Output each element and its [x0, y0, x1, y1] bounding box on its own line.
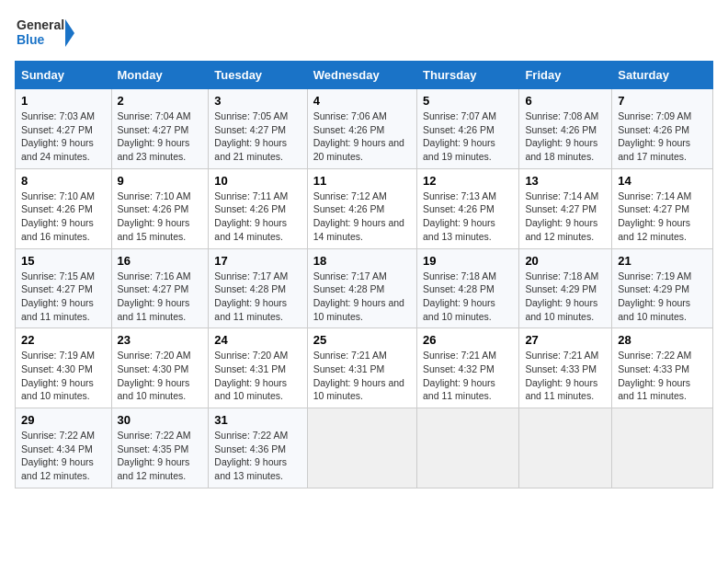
calendar-cell: 17Sunrise: 7:17 AMSunset: 4:28 PMDayligh… [209, 248, 307, 328]
day-number: 31 [214, 413, 301, 427]
page-header: GeneralBlue [15, 15, 713, 52]
day-info: Sunrise: 7:18 AMSunset: 4:29 PMDaylight:… [525, 270, 606, 324]
calendar-cell: 2Sunrise: 7:04 AMSunset: 4:27 PMDaylight… [111, 89, 209, 169]
day-number: 4 [313, 94, 411, 108]
header-tuesday: Tuesday [209, 62, 307, 89]
day-number: 23 [118, 333, 203, 347]
calendar-cell: 20Sunrise: 7:18 AMSunset: 4:29 PMDayligh… [519, 248, 612, 328]
day-number: 1 [21, 94, 106, 108]
calendar-cell: 21Sunrise: 7:19 AMSunset: 4:29 PMDayligh… [612, 248, 713, 328]
calendar-cell: 24Sunrise: 7:20 AMSunset: 4:31 PMDayligh… [209, 328, 307, 408]
week-row-2: 8Sunrise: 7:10 AMSunset: 4:26 PMDaylight… [16, 168, 713, 248]
day-number: 5 [423, 94, 513, 108]
day-info: Sunrise: 7:16 AMSunset: 4:27 PMDaylight:… [118, 270, 203, 324]
calendar-cell: 19Sunrise: 7:18 AMSunset: 4:28 PMDayligh… [417, 248, 519, 328]
day-info: Sunrise: 7:21 AMSunset: 4:33 PMDaylight:… [525, 349, 606, 403]
calendar-cell [519, 408, 612, 488]
day-info: Sunrise: 7:17 AMSunset: 4:28 PMDaylight:… [214, 270, 301, 324]
calendar-cell [417, 408, 519, 488]
calendar-cell: 4Sunrise: 7:06 AMSunset: 4:26 PMDaylight… [307, 89, 416, 169]
calendar-table: SundayMondayTuesdayWednesdayThursdayFrid… [15, 61, 713, 488]
day-info: Sunrise: 7:21 AMSunset: 4:31 PMDaylight:… [313, 349, 411, 403]
calendar-cell: 5Sunrise: 7:07 AMSunset: 4:26 PMDaylight… [417, 89, 519, 169]
day-info: Sunrise: 7:14 AMSunset: 4:27 PMDaylight:… [618, 190, 707, 244]
day-info: Sunrise: 7:22 AMSunset: 4:36 PMDaylight:… [214, 429, 301, 483]
calendar-cell: 31Sunrise: 7:22 AMSunset: 4:36 PMDayligh… [209, 408, 307, 488]
day-number: 13 [525, 174, 606, 188]
calendar-cell: 14Sunrise: 7:14 AMSunset: 4:27 PMDayligh… [612, 168, 713, 248]
day-number: 15 [21, 254, 106, 268]
day-info: Sunrise: 7:03 AMSunset: 4:27 PMDaylight:… [21, 109, 106, 164]
day-number: 12 [423, 174, 513, 188]
day-info: Sunrise: 7:07 AMSunset: 4:26 PMDaylight:… [423, 109, 513, 164]
calendar-cell: 16Sunrise: 7:16 AMSunset: 4:27 PMDayligh… [111, 248, 209, 328]
calendar-cell: 6Sunrise: 7:08 AMSunset: 4:26 PMDaylight… [519, 89, 612, 169]
day-number: 26 [423, 333, 513, 347]
day-number: 2 [118, 94, 203, 108]
day-info: Sunrise: 7:11 AMSunset: 4:26 PMDaylight:… [214, 190, 301, 244]
day-info: Sunrise: 7:14 AMSunset: 4:27 PMDaylight:… [525, 190, 606, 244]
header-wednesday: Wednesday [307, 62, 416, 89]
day-number: 20 [525, 254, 606, 268]
day-number: 28 [618, 333, 707, 347]
calendar-cell: 8Sunrise: 7:10 AMSunset: 4:26 PMDaylight… [16, 168, 112, 248]
day-number: 24 [214, 333, 301, 347]
calendar-cell: 27Sunrise: 7:21 AMSunset: 4:33 PMDayligh… [519, 328, 612, 408]
calendar-header: SundayMondayTuesdayWednesdayThursdayFrid… [16, 62, 713, 89]
day-number: 9 [118, 174, 203, 188]
week-row-4: 22Sunrise: 7:19 AMSunset: 4:30 PMDayligh… [16, 328, 713, 408]
calendar-cell: 1Sunrise: 7:03 AMSunset: 4:27 PMDaylight… [16, 89, 112, 169]
day-info: Sunrise: 7:09 AMSunset: 4:26 PMDaylight:… [618, 109, 707, 164]
svg-marker-2 [65, 19, 74, 47]
day-info: Sunrise: 7:18 AMSunset: 4:28 PMDaylight:… [423, 270, 513, 324]
week-row-1: 1Sunrise: 7:03 AMSunset: 4:27 PMDaylight… [16, 89, 713, 169]
svg-text:Blue: Blue [17, 32, 45, 47]
day-info: Sunrise: 7:04 AMSunset: 4:27 PMDaylight:… [118, 109, 203, 164]
day-info: Sunrise: 7:22 AMSunset: 4:34 PMDaylight:… [21, 429, 106, 483]
calendar-cell: 26Sunrise: 7:21 AMSunset: 4:32 PMDayligh… [417, 328, 519, 408]
calendar-cell: 28Sunrise: 7:22 AMSunset: 4:33 PMDayligh… [612, 328, 713, 408]
calendar-cell: 13Sunrise: 7:14 AMSunset: 4:27 PMDayligh… [519, 168, 612, 248]
day-info: Sunrise: 7:05 AMSunset: 4:27 PMDaylight:… [214, 109, 301, 164]
day-info: Sunrise: 7:06 AMSunset: 4:26 PMDaylight:… [313, 109, 411, 164]
day-number: 19 [423, 254, 513, 268]
day-info: Sunrise: 7:17 AMSunset: 4:28 PMDaylight:… [313, 270, 411, 324]
day-number: 3 [214, 94, 301, 108]
calendar-cell: 11Sunrise: 7:12 AMSunset: 4:26 PMDayligh… [307, 168, 416, 248]
day-number: 6 [525, 94, 606, 108]
calendar-cell: 23Sunrise: 7:20 AMSunset: 4:30 PMDayligh… [111, 328, 209, 408]
calendar-cell: 18Sunrise: 7:17 AMSunset: 4:28 PMDayligh… [307, 248, 416, 328]
day-number: 8 [21, 174, 106, 188]
day-number: 21 [618, 254, 707, 268]
day-number: 17 [214, 254, 301, 268]
day-number: 25 [313, 333, 411, 347]
day-number: 16 [118, 254, 203, 268]
day-number: 22 [21, 333, 106, 347]
day-info: Sunrise: 7:22 AMSunset: 4:35 PMDaylight:… [118, 429, 203, 483]
day-info: Sunrise: 7:13 AMSunset: 4:26 PMDaylight:… [423, 190, 513, 244]
header-saturday: Saturday [612, 62, 713, 89]
calendar-cell: 10Sunrise: 7:11 AMSunset: 4:26 PMDayligh… [209, 168, 307, 248]
day-number: 10 [214, 174, 301, 188]
day-info: Sunrise: 7:15 AMSunset: 4:27 PMDaylight:… [21, 270, 106, 324]
calendar-cell: 3Sunrise: 7:05 AMSunset: 4:27 PMDaylight… [209, 89, 307, 169]
calendar-cell: 7Sunrise: 7:09 AMSunset: 4:26 PMDaylight… [612, 89, 713, 169]
calendar-cell: 15Sunrise: 7:15 AMSunset: 4:27 PMDayligh… [16, 248, 112, 328]
week-row-5: 29Sunrise: 7:22 AMSunset: 4:34 PMDayligh… [16, 408, 713, 488]
day-info: Sunrise: 7:21 AMSunset: 4:32 PMDaylight:… [423, 349, 513, 403]
day-info: Sunrise: 7:10 AMSunset: 4:26 PMDaylight:… [21, 190, 106, 244]
calendar-cell: 12Sunrise: 7:13 AMSunset: 4:26 PMDayligh… [417, 168, 519, 248]
day-number: 29 [21, 413, 106, 427]
calendar-cell [612, 408, 713, 488]
day-number: 7 [618, 94, 707, 108]
calendar-cell: 22Sunrise: 7:19 AMSunset: 4:30 PMDayligh… [16, 328, 112, 408]
day-info: Sunrise: 7:19 AMSunset: 4:29 PMDaylight:… [618, 270, 707, 324]
day-number: 27 [525, 333, 606, 347]
week-row-3: 15Sunrise: 7:15 AMSunset: 4:27 PMDayligh… [16, 248, 713, 328]
day-info: Sunrise: 7:22 AMSunset: 4:33 PMDaylight:… [618, 349, 707, 403]
calendar-cell: 29Sunrise: 7:22 AMSunset: 4:34 PMDayligh… [16, 408, 112, 488]
day-info: Sunrise: 7:20 AMSunset: 4:30 PMDaylight:… [118, 349, 203, 403]
header-thursday: Thursday [417, 62, 519, 89]
calendar-cell [307, 408, 416, 488]
header-friday: Friday [519, 62, 612, 89]
